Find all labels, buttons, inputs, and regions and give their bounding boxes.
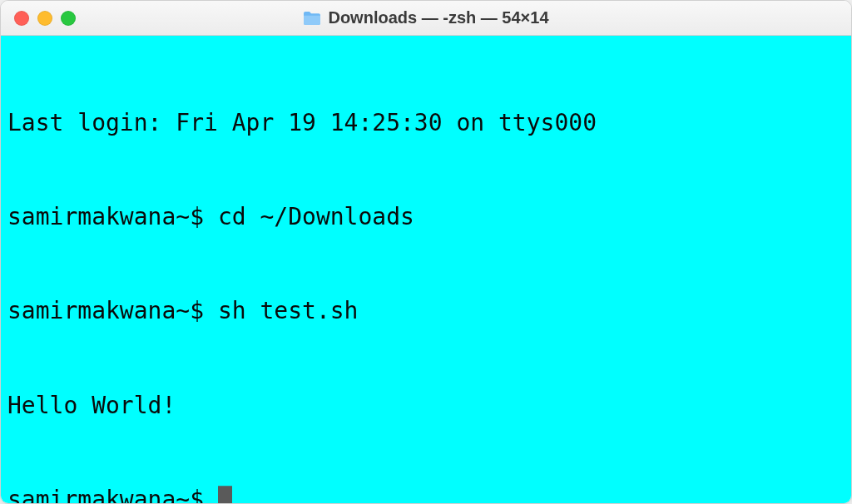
- terminal-line-cmd1: samirmakwana~$ cd ~/Downloads: [7, 201, 845, 233]
- window-title-group: Downloads — -zsh — 54×14: [303, 8, 548, 27]
- cursor-icon: [218, 486, 232, 503]
- terminal-body[interactable]: Last login: Fri Apr 19 14:25:30 on ttys0…: [1, 36, 851, 503]
- minimize-icon[interactable]: [37, 11, 52, 26]
- maximize-icon[interactable]: [61, 11, 76, 26]
- prompt-command: cd ~/Downloads: [218, 201, 414, 233]
- titlebar: Downloads — -zsh — 54×14: [1, 1, 851, 36]
- prompt-command: sh test.sh: [218, 295, 359, 327]
- folder-icon: [303, 11, 321, 26]
- output-text: Hello World!: [7, 390, 176, 422]
- prompt-prefix: samirmakwana~$: [7, 484, 218, 503]
- terminal-line-current: samirmakwana~$: [7, 484, 845, 503]
- prompt-prefix: samirmakwana~$: [7, 201, 218, 233]
- last-login-text: Last login: Fri Apr 19 14:25:30 on ttys0…: [7, 107, 597, 139]
- terminal-line-cmd2: samirmakwana~$ sh test.sh: [7, 295, 845, 327]
- window-title: Downloads — -zsh — 54×14: [328, 8, 548, 27]
- terminal-line-last-login: Last login: Fri Apr 19 14:25:30 on ttys0…: [7, 107, 845, 139]
- terminal-line-output: Hello World!: [7, 390, 845, 422]
- prompt-prefix: samirmakwana~$: [7, 295, 218, 327]
- close-icon[interactable]: [14, 11, 29, 26]
- terminal-window: Downloads — -zsh — 54×14 Last login: Fri…: [0, 0, 852, 504]
- window-controls: [14, 11, 76, 26]
